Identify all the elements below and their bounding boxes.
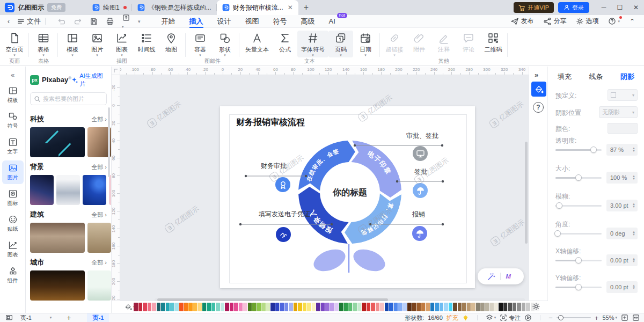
color-swatch[interactable]	[221, 303, 225, 311]
slider-track[interactable]	[555, 205, 602, 207]
ai-assistant-pill[interactable]: M	[478, 268, 524, 284]
menu-tab-开始[interactable]: 开始	[155, 15, 182, 28]
sidebar-item-模板[interactable]: 模板	[2, 83, 24, 107]
color-swatch[interactable]	[197, 303, 202, 311]
color-swatch[interactable]	[157, 303, 161, 311]
section-more-link[interactable]: 全部 ›	[91, 211, 107, 219]
menu-tab-符号[interactable]: 符号	[266, 15, 294, 28]
page-selector-caret[interactable]: ▾	[50, 316, 52, 320]
color-swatch[interactable]	[325, 303, 330, 311]
value-box[interactable]: 0.00 pt▲▼	[606, 281, 638, 293]
zoom-level-dropdown[interactable]: 55%▾	[602, 314, 617, 321]
color-swatch[interactable]	[334, 303, 339, 311]
color-swatch[interactable]	[398, 303, 402, 311]
value-box[interactable]: 0.00 pt▲▼	[606, 254, 638, 266]
color-swatch[interactable]	[339, 303, 343, 311]
color-swatch[interactable]	[266, 303, 270, 311]
color-swatch[interactable]	[444, 303, 448, 311]
color-swatch[interactable]	[138, 303, 143, 311]
section-more-link[interactable]: 全部 ›	[91, 259, 107, 267]
color-swatch[interactable]	[430, 303, 435, 311]
color-swatch[interactable]	[152, 303, 156, 311]
preset-dropdown[interactable]: ▾	[608, 89, 638, 101]
color-swatch[interactable]	[462, 303, 466, 311]
color-swatch[interactable]	[407, 303, 412, 311]
image-thumbnail[interactable]	[30, 175, 54, 205]
format-tab-填充[interactable]: 填充	[558, 72, 572, 82]
color-swatch[interactable]	[166, 303, 170, 311]
print-button[interactable]	[106, 17, 114, 26]
umbrella-icon[interactable]	[413, 183, 428, 198]
image-thumbnail[interactable]	[87, 270, 111, 301]
color-swatch[interactable]	[280, 303, 284, 311]
collapse-panel-icon[interactable]: »	[535, 71, 538, 79]
help-button[interactable]: ▾	[604, 17, 624, 25]
slider-track[interactable]	[555, 177, 602, 179]
section-more-link[interactable]: 全部 ›	[91, 163, 107, 171]
ribbon-button-形状[interactable]: 形状▾	[213, 31, 237, 57]
canvas-workspace[interactable]: -120-100-80-60-40-2002040608010012014016…	[112, 67, 529, 301]
slider-knob[interactable]	[590, 147, 597, 153]
color-swatch[interactable]	[134, 303, 138, 311]
save-button[interactable]	[90, 17, 98, 26]
color-swatch[interactable]	[362, 303, 366, 311]
ribbon-button-表格[interactable]: 表格▾	[31, 31, 56, 57]
color-swatch[interactable]	[440, 303, 444, 311]
image-thumbnail[interactable]	[30, 127, 85, 157]
color-swatch[interactable]	[184, 303, 188, 311]
color-swatch[interactable]	[458, 303, 462, 311]
color-swatch[interactable]	[426, 303, 430, 311]
sidebar-item-符号[interactable]: 符号	[2, 109, 24, 133]
color-swatch[interactable]	[380, 303, 384, 311]
image-thumbnail[interactable]	[87, 223, 111, 253]
canvas-horizontal-scrollbar-thumb[interactable]	[157, 298, 388, 301]
monitor-icon[interactable]	[413, 146, 428, 161]
expand-link[interactable]: 扩充	[447, 314, 458, 322]
color-swatch[interactable]	[526, 303, 530, 311]
color-swatch[interactable]	[211, 303, 216, 311]
ribbon-button-日期[interactable]: 日期▾	[353, 31, 378, 57]
color-swatch[interactable]	[435, 303, 439, 311]
ribbon-button-二维码[interactable]: 二维码	[481, 31, 506, 54]
shadow-position-dropdown[interactable]: 无阴影▾	[599, 106, 638, 118]
value-box[interactable]: 100 %▲▼	[606, 172, 638, 184]
section-more-link[interactable]: 全部 ›	[91, 115, 107, 123]
add-page-button[interactable]: +	[67, 313, 71, 322]
color-swatch[interactable]	[175, 303, 179, 311]
menu-tab-高级[interactable]: 高级	[294, 15, 322, 28]
sidebar-item-文字[interactable]: 文字	[2, 135, 24, 158]
presentation-play-icon[interactable]	[524, 314, 532, 321]
value-box[interactable]: 3.00 pt▲▼	[606, 200, 638, 211]
image-search-input[interactable]	[43, 96, 106, 102]
color-swatch[interactable]	[371, 303, 375, 311]
color-swatch[interactable]	[522, 303, 526, 311]
color-swatch[interactable]	[421, 303, 426, 311]
image-thumbnail[interactable]	[109, 175, 111, 205]
collapse-ribbon-button[interactable]: ⌃	[626, 18, 639, 25]
color-swatch[interactable]	[503, 303, 508, 311]
slider-knob[interactable]	[575, 257, 582, 264]
drawing-page[interactable]: 财务报销审核流程 在线审批、会签电子印章核算、打印记账凭证报销录入你的标题 财务…	[220, 106, 475, 288]
sidebar-item-组件[interactable]: 组件	[2, 264, 24, 287]
callout-label[interactable]: 报销	[412, 210, 425, 219]
color-swatch[interactable]	[348, 303, 353, 311]
color-swatch[interactable]	[343, 303, 348, 311]
color-swatch[interactable]	[225, 303, 229, 311]
new-tab-button[interactable]: +	[304, 3, 309, 12]
slider-track[interactable]	[555, 233, 602, 235]
color-swatch[interactable]	[216, 303, 220, 311]
color-swatch[interactable]	[294, 303, 298, 311]
color-swatch[interactable]	[303, 303, 307, 311]
callout-label[interactable]: 财务审批	[261, 162, 287, 171]
color-swatch[interactable]	[207, 303, 211, 311]
file-menu[interactable]: 文件	[17, 17, 41, 26]
ribbon-button-容器[interactable]: 容器▾	[188, 31, 213, 57]
ribbon-button-页码[interactable]: 页码▾	[328, 31, 353, 57]
medal-icon[interactable]	[275, 177, 290, 192]
color-swatch[interactable]	[248, 303, 252, 311]
menu-tab-设计[interactable]: 设计	[210, 15, 238, 28]
color-swatch[interactable]	[230, 303, 234, 311]
color-swatch[interactable]	[307, 303, 311, 311]
back-icon[interactable]: ‹	[8, 18, 10, 25]
ribbon-button-字体符号[interactable]: 字体符号▾	[297, 31, 328, 57]
